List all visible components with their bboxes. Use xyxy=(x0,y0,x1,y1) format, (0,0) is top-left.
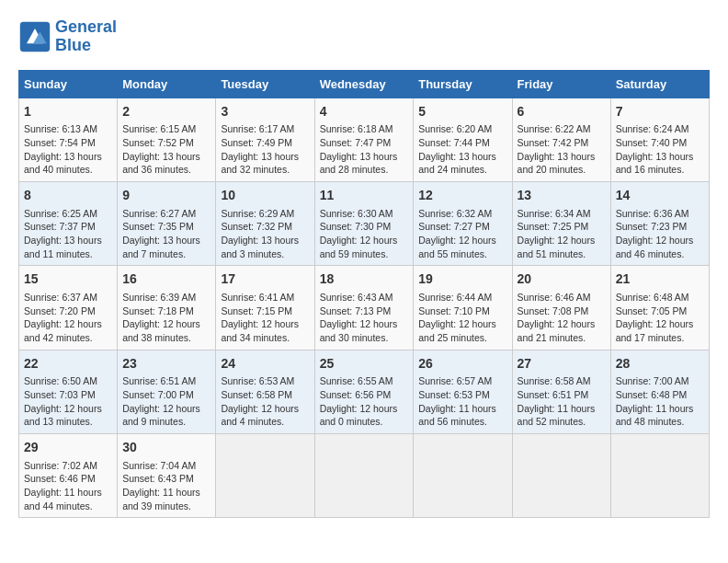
day-details: Sunrise: 7:00 AMSunset: 6:48 PMDaylight:… xyxy=(616,374,704,429)
calendar-cell: 12 Sunrise: 6:32 AMSunset: 7:27 PMDaylig… xyxy=(414,181,512,265)
day-number: 13 xyxy=(518,187,606,205)
day-number: 4 xyxy=(320,103,409,121)
day-details: Sunrise: 7:04 AMSunset: 6:43 PMDaylight:… xyxy=(122,459,210,513)
calendar-week-row: 22 Sunrise: 6:50 AMSunset: 7:03 PMDaylig… xyxy=(19,350,710,433)
day-number: 28 xyxy=(616,355,704,373)
calendar-week-row: 1 Sunrise: 6:13 AMSunset: 7:54 PMDayligh… xyxy=(19,98,710,181)
calendar-cell: 20 Sunrise: 6:46 AMSunset: 7:08 PMDaylig… xyxy=(512,266,610,350)
calendar-cell: 1 Sunrise: 6:13 AMSunset: 7:54 PMDayligh… xyxy=(19,98,118,181)
calendar-week-row: 15 Sunrise: 6:37 AMSunset: 7:20 PMDaylig… xyxy=(19,266,710,350)
calendar-week-row: 8 Sunrise: 6:25 AMSunset: 7:37 PMDayligh… xyxy=(19,181,710,265)
day-details: Sunrise: 6:50 AMSunset: 7:03 PMDaylight:… xyxy=(24,374,112,429)
day-number: 10 xyxy=(221,187,309,205)
calendar-cell: 14 Sunrise: 6:36 AMSunset: 7:23 PMDaylig… xyxy=(610,181,709,265)
day-details: Sunrise: 6:43 AMSunset: 7:13 PMDaylight:… xyxy=(320,291,409,345)
calendar-cell: 3 Sunrise: 6:17 AMSunset: 7:49 PMDayligh… xyxy=(216,98,314,181)
column-header-monday: Monday xyxy=(118,70,216,98)
calendar-cell xyxy=(610,433,709,517)
day-number: 14 xyxy=(616,187,704,205)
calendar-cell xyxy=(314,433,414,517)
day-details: Sunrise: 6:53 AMSunset: 6:58 PMDaylight:… xyxy=(221,374,309,429)
day-details: Sunrise: 6:57 AMSunset: 6:53 PMDaylight:… xyxy=(418,374,506,429)
calendar-cell: 26 Sunrise: 6:57 AMSunset: 6:53 PMDaylig… xyxy=(414,350,512,433)
day-number: 29 xyxy=(24,439,112,457)
calendar-cell: 11 Sunrise: 6:30 AMSunset: 7:30 PMDaylig… xyxy=(314,181,414,265)
day-number: 7 xyxy=(616,103,704,121)
logo: GeneralBlue xyxy=(18,18,117,55)
calendar-cell: 4 Sunrise: 6:18 AMSunset: 7:47 PMDayligh… xyxy=(314,98,414,181)
day-details: Sunrise: 6:22 AMSunset: 7:42 PMDaylight:… xyxy=(518,122,606,177)
day-details: Sunrise: 6:25 AMSunset: 7:37 PMDaylight:… xyxy=(24,207,112,261)
calendar-cell: 21 Sunrise: 6:48 AMSunset: 7:05 PMDaylig… xyxy=(610,266,709,350)
day-number: 26 xyxy=(418,355,506,373)
calendar-cell: 2 Sunrise: 6:15 AMSunset: 7:52 PMDayligh… xyxy=(118,98,216,181)
day-details: Sunrise: 6:29 AMSunset: 7:32 PMDaylight:… xyxy=(221,207,309,261)
calendar-cell: 22 Sunrise: 6:50 AMSunset: 7:03 PMDaylig… xyxy=(19,350,118,433)
calendar-cell: 15 Sunrise: 6:37 AMSunset: 7:20 PMDaylig… xyxy=(19,266,118,350)
calendar-cell: 5 Sunrise: 6:20 AMSunset: 7:44 PMDayligh… xyxy=(414,98,512,181)
day-details: Sunrise: 6:30 AMSunset: 7:30 PMDaylight:… xyxy=(320,207,409,261)
day-number: 16 xyxy=(122,270,210,289)
day-details: Sunrise: 6:34 AMSunset: 7:25 PMDaylight:… xyxy=(518,207,606,261)
day-details: Sunrise: 6:36 AMSunset: 7:23 PMDaylight:… xyxy=(616,207,704,261)
calendar-cell xyxy=(512,433,610,517)
day-number: 5 xyxy=(418,103,506,121)
day-details: Sunrise: 6:41 AMSunset: 7:15 PMDaylight:… xyxy=(221,291,309,345)
day-number: 9 xyxy=(122,187,210,205)
day-details: Sunrise: 6:24 AMSunset: 7:40 PMDaylight:… xyxy=(616,122,704,177)
day-number: 24 xyxy=(221,355,309,373)
day-number: 30 xyxy=(122,439,210,457)
day-details: Sunrise: 6:15 AMSunset: 7:52 PMDaylight:… xyxy=(122,122,210,177)
calendar-cell: 30 Sunrise: 7:04 AMSunset: 6:43 PMDaylig… xyxy=(118,433,216,517)
day-number: 6 xyxy=(518,103,606,121)
calendar-cell: 25 Sunrise: 6:55 AMSunset: 6:56 PMDaylig… xyxy=(314,350,414,433)
day-details: Sunrise: 6:17 AMSunset: 7:49 PMDaylight:… xyxy=(221,122,309,177)
day-number: 11 xyxy=(320,187,409,205)
day-number: 22 xyxy=(24,355,112,373)
day-number: 1 xyxy=(24,103,112,121)
day-details: Sunrise: 6:48 AMSunset: 7:05 PMDaylight:… xyxy=(616,291,704,345)
column-header-sunday: Sunday xyxy=(19,70,118,98)
column-header-wednesday: Wednesday xyxy=(314,70,414,98)
column-header-saturday: Saturday xyxy=(610,70,709,98)
page-header: GeneralBlue xyxy=(18,18,710,55)
logo-text: GeneralBlue xyxy=(55,18,117,55)
column-header-friday: Friday xyxy=(512,70,610,98)
calendar-cell: 24 Sunrise: 6:53 AMSunset: 6:58 PMDaylig… xyxy=(216,350,314,433)
day-number: 18 xyxy=(320,270,409,289)
calendar-cell: 9 Sunrise: 6:27 AMSunset: 7:35 PMDayligh… xyxy=(118,181,216,265)
day-number: 25 xyxy=(320,355,409,373)
day-number: 23 xyxy=(122,355,210,373)
calendar-cell: 8 Sunrise: 6:25 AMSunset: 7:37 PMDayligh… xyxy=(19,181,118,265)
day-number: 20 xyxy=(518,270,606,289)
day-number: 8 xyxy=(24,187,112,205)
calendar-cell: 7 Sunrise: 6:24 AMSunset: 7:40 PMDayligh… xyxy=(610,98,709,181)
day-number: 3 xyxy=(221,103,309,121)
calendar-cell: 10 Sunrise: 6:29 AMSunset: 7:32 PMDaylig… xyxy=(216,181,314,265)
calendar-table: SundayMondayTuesdayWednesdayThursdayFrid… xyxy=(18,70,710,519)
day-details: Sunrise: 6:20 AMSunset: 7:44 PMDaylight:… xyxy=(418,122,506,177)
calendar-cell: 6 Sunrise: 6:22 AMSunset: 7:42 PMDayligh… xyxy=(512,98,610,181)
logo-icon xyxy=(18,20,51,53)
day-details: Sunrise: 6:37 AMSunset: 7:20 PMDaylight:… xyxy=(24,291,112,345)
calendar-cell xyxy=(414,433,512,517)
day-details: Sunrise: 6:39 AMSunset: 7:18 PMDaylight:… xyxy=(122,291,210,345)
day-number: 19 xyxy=(418,270,506,289)
calendar-cell: 28 Sunrise: 7:00 AMSunset: 6:48 PMDaylig… xyxy=(610,350,709,433)
calendar-cell xyxy=(216,433,314,517)
day-details: Sunrise: 6:32 AMSunset: 7:27 PMDaylight:… xyxy=(418,207,506,261)
column-header-tuesday: Tuesday xyxy=(216,70,314,98)
calendar-cell: 23 Sunrise: 6:51 AMSunset: 7:00 PMDaylig… xyxy=(118,350,216,433)
day-number: 2 xyxy=(122,103,210,121)
day-details: Sunrise: 6:55 AMSunset: 6:56 PMDaylight:… xyxy=(320,374,409,429)
calendar-cell: 29 Sunrise: 7:02 AMSunset: 6:46 PMDaylig… xyxy=(19,433,118,517)
day-details: Sunrise: 6:44 AMSunset: 7:10 PMDaylight:… xyxy=(418,291,506,345)
day-details: Sunrise: 6:46 AMSunset: 7:08 PMDaylight:… xyxy=(518,291,606,345)
calendar-cell: 18 Sunrise: 6:43 AMSunset: 7:13 PMDaylig… xyxy=(314,266,414,350)
day-details: Sunrise: 6:18 AMSunset: 7:47 PMDaylight:… xyxy=(320,122,409,177)
calendar-week-row: 29 Sunrise: 7:02 AMSunset: 6:46 PMDaylig… xyxy=(19,433,710,517)
day-number: 15 xyxy=(24,270,112,289)
day-number: 17 xyxy=(221,270,309,289)
day-details: Sunrise: 6:27 AMSunset: 7:35 PMDaylight:… xyxy=(122,207,210,261)
day-details: Sunrise: 7:02 AMSunset: 6:46 PMDaylight:… xyxy=(24,459,112,513)
